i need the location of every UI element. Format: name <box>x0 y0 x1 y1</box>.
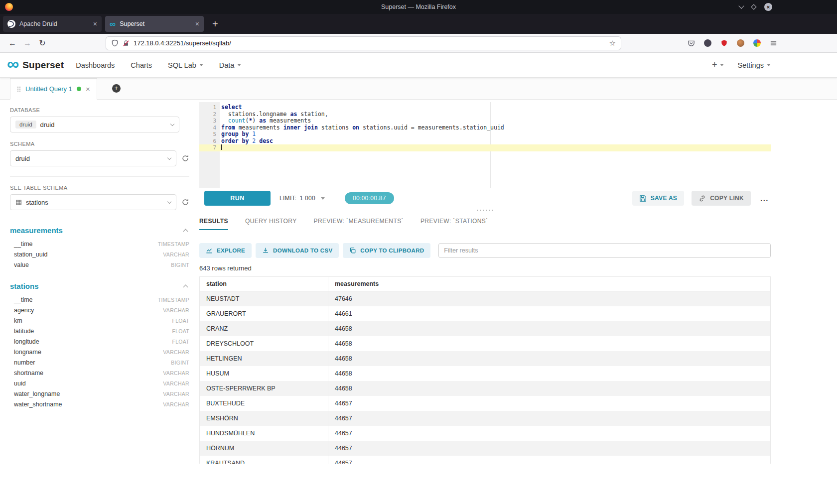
reload-button[interactable]: ↻ <box>35 36 50 50</box>
editor-toolbar: RUN LIMIT: 1 000 00:00:00.87 SAVE AS <box>199 190 771 207</box>
new-menu-button[interactable]: + <box>712 60 724 70</box>
save-to-pocket-icon[interactable] <box>688 39 695 47</box>
run-button[interactable]: RUN <box>204 191 271 206</box>
copy-to-clipboard-button[interactable]: COPY TO CLIPBOARD <box>343 243 430 258</box>
browser-tab-apache-druid[interactable]: Apache Druid × <box>3 16 102 32</box>
column-row: agencyVARCHAR <box>10 305 189 315</box>
chevron-down-icon <box>167 199 171 203</box>
tab-close-icon[interactable]: × <box>195 20 199 27</box>
copy-link-button[interactable]: COPY LINK <box>692 191 751 206</box>
query-tab-strip: Untitled Query 1 × + <box>0 78 837 100</box>
line-number: 7 <box>199 144 220 151</box>
results-header-row: stationmeasurements <box>200 277 771 291</box>
window-maximize-icon[interactable] <box>751 4 756 9</box>
filter-results-input[interactable] <box>438 243 771 258</box>
settings-menu-button[interactable]: Settings <box>738 61 771 69</box>
table-cell: 44657 <box>328 426 771 441</box>
nav-item-data[interactable]: Data <box>219 61 242 69</box>
hamburger-menu-icon[interactable] <box>770 39 777 47</box>
back-button[interactable]: ← <box>5 36 20 50</box>
window-close-icon[interactable]: × <box>764 3 772 11</box>
sql-editor[interactable]: 1select2 stations.longname as station,3 … <box>199 102 771 188</box>
collapse-chevron-icon[interactable] <box>183 284 188 289</box>
drag-handle-icon[interactable] <box>17 86 21 93</box>
editor-line[interactable]: 3 count(*) as measurements <box>199 118 771 125</box>
results-tab-1[interactable]: QUERY HISTORY <box>245 218 297 230</box>
results-tab-3[interactable]: PREVIEW: `STATIONS` <box>420 218 488 230</box>
query-tab-close-icon[interactable]: × <box>86 85 90 93</box>
schema-table-measurements: measurements__timeTIMESTAMPstation_uuidV… <box>10 226 189 270</box>
editor-line[interactable]: 4from measurements inner join stations o… <box>199 125 771 131</box>
pinwheel-extension-icon[interactable] <box>753 39 761 47</box>
window-minimize-icon[interactable] <box>738 3 744 8</box>
add-query-tab-button[interactable]: + <box>112 84 121 93</box>
navbar-menu: Dashboards Charts SQL Lab Data <box>76 61 241 69</box>
table-row: GRAUERORT44661 <box>200 306 771 321</box>
editor-line[interactable]: 5group by 1 <box>199 131 771 138</box>
nav-item-charts[interactable]: Charts <box>131 61 152 69</box>
editor-line[interactable]: 1select <box>199 104 771 111</box>
schema-table-header[interactable]: measurements <box>10 226 189 235</box>
superset-navbar: ∞ Superset Dashboards Charts SQL Lab Dat… <box>0 53 837 78</box>
pane-splitter[interactable] <box>199 207 771 214</box>
download-csv-button[interactable]: DOWNLOAD TO CSV <box>256 243 339 258</box>
adblock-shield-icon[interactable] <box>720 39 728 47</box>
explore-label: EXPLORE <box>217 248 245 253</box>
results-table-container[interactable]: stationmeasurements NEUSTADT47646GRAUERO… <box>199 276 771 464</box>
schema-sidebar: DATABASE druid druid SCHEMA druid SEE TA… <box>0 100 199 504</box>
editor-line[interactable]: 2 stations.longname as station, <box>199 111 771 118</box>
chart-icon <box>206 247 213 254</box>
copy-icon <box>349 247 356 254</box>
database-select[interactable]: druid druid <box>10 117 179 132</box>
results-tabs: RESULTSQUERY HISTORYPREVIEW: `MEASUREMEN… <box>199 218 771 230</box>
link-icon <box>698 195 706 202</box>
refresh-tables-icon[interactable] <box>181 198 189 206</box>
save-as-button[interactable]: SAVE AS <box>632 191 684 206</box>
column-header[interactable]: measurements <box>328 277 771 291</box>
column-row: latitudeFLOAT <box>10 326 189 336</box>
table-select[interactable]: stations <box>10 194 176 210</box>
limit-dropdown[interactable]: LIMIT: 1 000 <box>279 195 325 202</box>
database-value: druid <box>40 121 167 128</box>
url-bar[interactable]: 172.18.0.4:32251/superset/sqllab/ ☆ <box>106 36 621 50</box>
tab-label: Apache Druid <box>19 20 89 27</box>
bookmark-star-icon[interactable]: ☆ <box>609 39 616 48</box>
chevron-down-icon <box>767 64 771 66</box>
text-cursor <box>221 144 222 150</box>
extension-badge-icon[interactable] <box>704 39 711 47</box>
results-tab-0[interactable]: RESULTS <box>199 218 228 230</box>
table-row: BUXTEHUDE44657 <box>200 396 771 411</box>
code-token: measurements <box>235 124 283 131</box>
table-schema-label: SEE TABLE SCHEMA <box>10 185 189 191</box>
editor-line[interactable]: 7 <box>199 144 771 151</box>
superset-logo[interactable]: ∞ Superset <box>7 60 64 71</box>
shield-icon[interactable] <box>111 39 119 47</box>
collapse-chevron-icon[interactable] <box>183 229 188 234</box>
schema-table-header[interactable]: stations <box>10 282 189 290</box>
browser-tab-superset[interactable]: ∞ Superset × <box>105 16 204 32</box>
lock-insecure-icon[interactable] <box>123 40 130 47</box>
refresh-schema-icon[interactable] <box>181 154 189 162</box>
nav-item-dashboards[interactable]: Dashboards <box>76 61 115 69</box>
column-name: km <box>14 317 22 324</box>
tab-close-icon[interactable]: × <box>93 20 97 27</box>
column-row: uuidVARCHAR <box>10 378 189 388</box>
explore-button[interactable]: EXPLORE <box>199 243 252 258</box>
nav-item-sql-lab[interactable]: SQL Lab <box>168 61 203 69</box>
more-options-button[interactable]: ... <box>758 194 771 203</box>
editor-line[interactable]: 6order by 2 desc <box>199 138 771 145</box>
line-code: stations.longname as station, <box>220 111 328 118</box>
forward-button[interactable]: → <box>20 36 35 50</box>
round-extension-icon[interactable] <box>737 39 744 47</box>
line-number: 3 <box>199 118 220 125</box>
new-tab-button[interactable]: + <box>207 19 223 29</box>
column-header[interactable]: station <box>200 277 328 291</box>
code-token: stations.uuid = measurements.station_uui… <box>359 124 504 131</box>
code-token: order by <box>221 137 249 144</box>
browser-toolbar: ← → ↻ 172.18.0.4:32251/superset/sqllab/ … <box>0 34 837 53</box>
table-cell: 44657 <box>328 441 771 456</box>
column-name: number <box>14 359 35 366</box>
query-tab[interactable]: Untitled Query 1 × <box>10 78 97 100</box>
schema-select[interactable]: druid <box>10 150 176 166</box>
results-tab-2[interactable]: PREVIEW: `MEASUREMENTS` <box>314 218 404 230</box>
